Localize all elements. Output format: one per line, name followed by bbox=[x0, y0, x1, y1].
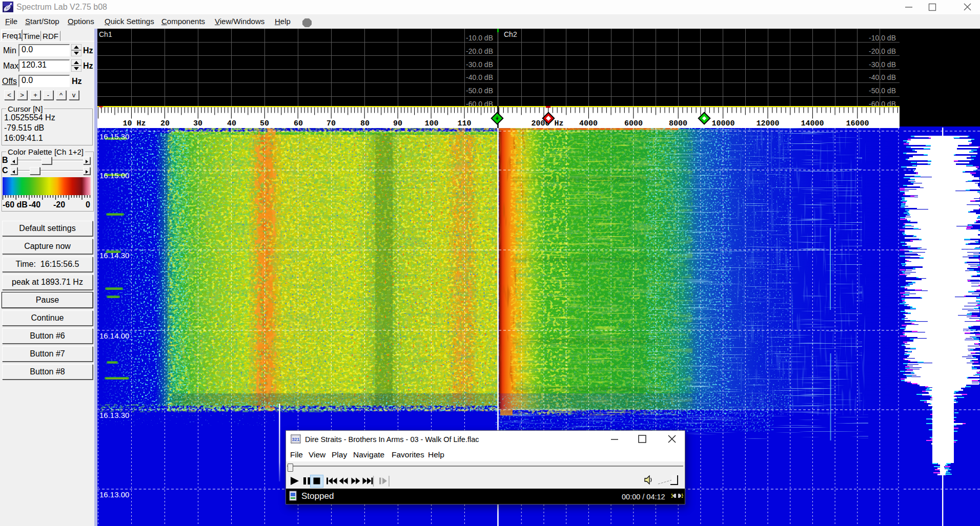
svg-text:-50.0 dB: -50.0 dB bbox=[869, 87, 896, 95]
svg-text:-40.0 dB: -40.0 dB bbox=[466, 73, 493, 81]
svg-text:321: 321 bbox=[292, 437, 299, 442]
svg-text:-40.0 dB: -40.0 dB bbox=[869, 73, 896, 81]
svg-text:16.14.00: 16.14.00 bbox=[99, 331, 129, 340]
svg-text:-10.0 dB: -10.0 dB bbox=[869, 34, 896, 42]
svg-text:-30.0 dB: -30.0 dB bbox=[466, 60, 493, 69]
svg-text:16.14.30: 16.14.30 bbox=[99, 251, 129, 260]
svg-text:16.15.00: 16.15.00 bbox=[99, 171, 129, 180]
svg-text:16.13.00: 16.13.00 bbox=[99, 490, 129, 499]
svg-text:16.13.30: 16.13.30 bbox=[99, 411, 129, 419]
svg-text:10000: 10000 bbox=[711, 119, 734, 128]
svg-text:-10.0 dB: -10.0 dB bbox=[466, 34, 493, 42]
svg-text:4000: 4000 bbox=[579, 119, 598, 128]
svg-text:50: 50 bbox=[260, 119, 269, 128]
svg-text:8000: 8000 bbox=[669, 119, 687, 128]
svg-text:100: 100 bbox=[424, 119, 438, 128]
svg-text:-20.0 dB: -20.0 dB bbox=[869, 47, 896, 55]
svg-text:110: 110 bbox=[457, 119, 471, 128]
svg-text:-20.0 dB: -20.0 dB bbox=[466, 47, 493, 55]
svg-text:-50.0 dB: -50.0 dB bbox=[466, 87, 493, 95]
svg-text:Ch2: Ch2 bbox=[504, 30, 517, 38]
svg-text:30: 30 bbox=[193, 119, 202, 128]
svg-text:80: 80 bbox=[360, 119, 370, 128]
svg-text:90: 90 bbox=[393, 119, 402, 128]
svg-text:-30.0 dB: -30.0 dB bbox=[869, 60, 896, 69]
svg-text:12000: 12000 bbox=[756, 119, 779, 128]
svg-text:16000: 16000 bbox=[846, 119, 869, 128]
svg-text:16.15.30: 16.15.30 bbox=[99, 132, 129, 141]
svg-text:70: 70 bbox=[326, 119, 336, 128]
svg-text:40: 40 bbox=[227, 119, 236, 128]
svg-text:6000: 6000 bbox=[624, 119, 643, 128]
svg-text:60: 60 bbox=[294, 119, 303, 128]
svg-text:20: 20 bbox=[160, 119, 170, 128]
svg-text:Ch1: Ch1 bbox=[99, 30, 112, 38]
svg-text:14000: 14000 bbox=[801, 119, 824, 128]
svg-text:10 Hz: 10 Hz bbox=[122, 119, 146, 128]
